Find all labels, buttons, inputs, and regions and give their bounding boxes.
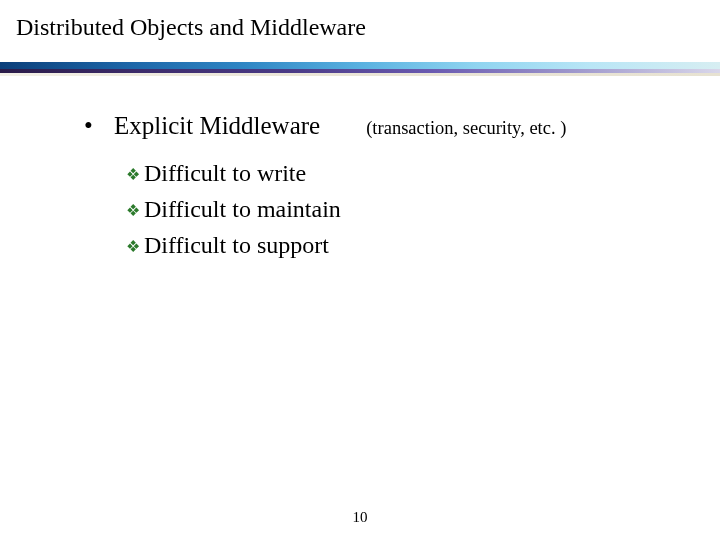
diamond-icon: ❖: [126, 235, 140, 259]
content-block: • Explicit Middleware (transaction, secu…: [84, 110, 566, 263]
underline-band-blue: [0, 62, 720, 69]
slide-title: Distributed Objects and Middleware: [16, 14, 366, 41]
subbullet-item: ❖ Difficult to maintain: [126, 191, 566, 227]
title-underline: [0, 62, 720, 80]
diamond-icon: ❖: [126, 199, 140, 223]
subbullet-text: Difficult to support: [144, 227, 329, 263]
subbullet-text: Difficult to maintain: [144, 191, 341, 227]
diamond-icon: ❖: [126, 163, 140, 187]
bullet-explicit-middleware: • Explicit Middleware (transaction, secu…: [84, 110, 566, 143]
underline-band-cream: [0, 73, 720, 76]
bullet-marker: •: [84, 110, 108, 143]
bullet-paren-note: (transaction, security, etc. ): [366, 116, 566, 140]
bullet-label: Explicit Middleware: [114, 110, 320, 143]
subbullet-item: ❖ Difficult to support: [126, 227, 566, 263]
subbullet-text: Difficult to write: [144, 155, 306, 191]
subbullet-item: ❖ Difficult to write: [126, 155, 566, 191]
page-number: 10: [0, 509, 720, 526]
subbullet-list: ❖ Difficult to write ❖ Difficult to main…: [126, 155, 566, 263]
slide: Distributed Objects and Middleware • Exp…: [0, 0, 720, 540]
